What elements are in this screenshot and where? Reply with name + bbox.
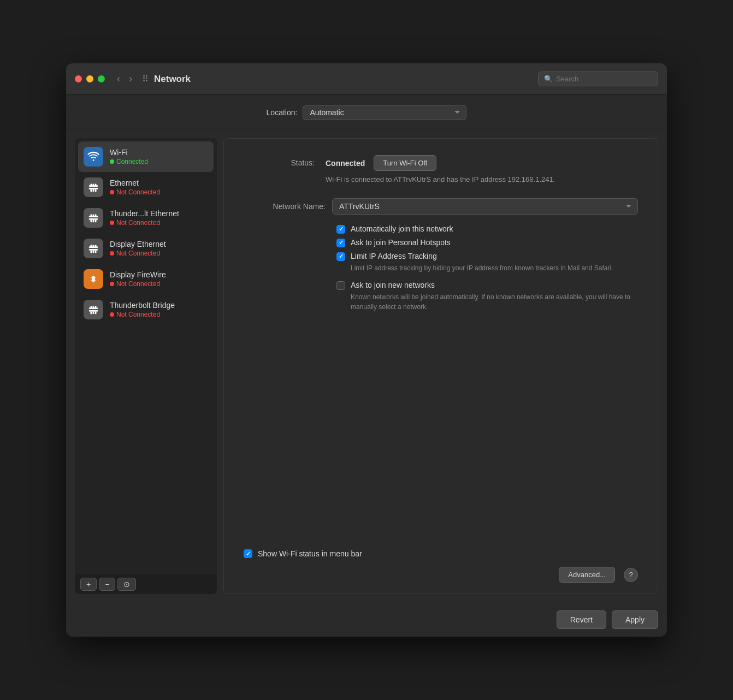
help-button[interactable]: ? (624, 568, 638, 582)
thunderbolt-ethernet-status-text: Not Connected (116, 219, 160, 227)
location-label: Location: (267, 108, 298, 117)
wifi-name: Wi-Fi (110, 148, 148, 157)
firewire-status-dot (110, 282, 114, 286)
display-ethernet-status: Not Connected (110, 250, 166, 257)
window: ‹ › ⠿ Network 🔍 Location: Automatic (66, 63, 667, 637)
maximize-button[interactable] (98, 75, 105, 82)
firewire-status: Not Connected (110, 280, 166, 288)
sidebar-toolbar: + − ⊙ (75, 574, 217, 594)
svg-rect-4 (95, 184, 97, 187)
remove-network-button[interactable]: − (99, 578, 115, 591)
thunderbolt-bridge-name: Thunderbolt Bridge (110, 301, 175, 310)
firewire-icon (84, 269, 103, 289)
svg-rect-29 (95, 306, 97, 309)
display-ethernet-item-info: Display Ethernet Not Connected (110, 240, 166, 257)
svg-rect-30 (91, 312, 92, 315)
thunderbolt-ethernet-status-dot (110, 221, 114, 225)
status-value-row: Connected Turn Wi-Fi Off (326, 155, 638, 171)
display-ethernet-status-text: Not Connected (116, 250, 160, 257)
auto-join-text: Automatically join this network (351, 224, 453, 233)
svg-rect-28 (93, 306, 94, 309)
add-network-button[interactable]: + (80, 578, 97, 591)
ask-new-label-area: Ask to join new networks (336, 281, 435, 290)
auto-join-checkbox[interactable] (336, 225, 345, 234)
sidebar-item-wifi[interactable]: Wi-Fi Connected (78, 141, 214, 172)
thunderbolt-bridge-status-text: Not Connected (116, 311, 160, 318)
sidebar-item-display-ethernet[interactable]: Display Ethernet Not Connected (78, 233, 214, 264)
sidebar-item-thunderbolt-ethernet[interactable]: Thunder...lt Ethernet Not Connected (78, 203, 214, 233)
wifi-icon (84, 147, 103, 167)
bottom-area: Show Wi-Fi status in menu bar Advanced..… (244, 538, 638, 583)
ethernet-status-text: Not Connected (116, 188, 160, 196)
show-wifi-row: Show Wi-Fi status in menu bar (244, 549, 638, 558)
show-wifi-checkbox[interactable] (244, 549, 252, 558)
wifi-item-info: Wi-Fi Connected (110, 148, 148, 165)
svg-rect-7 (95, 189, 97, 192)
apply-button[interactable]: Apply (612, 610, 658, 629)
svg-rect-15 (95, 220, 97, 223)
ask-new-checkbox[interactable] (336, 281, 345, 290)
thunderbolt-ethernet-item-info: Thunder...lt Ethernet Not Connected (110, 209, 179, 227)
svg-rect-12 (95, 215, 97, 217)
ethernet-item-info: Ethernet Not Connected (110, 179, 160, 196)
sidebar-item-ethernet[interactable]: Ethernet Not Connected (78, 172, 214, 203)
personal-hotspot-checkbox[interactable] (336, 239, 345, 247)
display-ethernet-icon (84, 239, 103, 258)
network-name-label: Network Name: (244, 202, 326, 211)
bottom-buttons: Revert Apply (66, 603, 667, 637)
thunderbolt-bridge-item-info: Thunderbolt Bridge Not Connected (110, 301, 175, 318)
search-box: 🔍 (538, 72, 658, 86)
more-options-button[interactable]: ⊙ (117, 578, 136, 591)
wifi-status-dot (110, 159, 114, 164)
grid-icon: ⠿ (142, 74, 149, 84)
back-button[interactable]: ‹ (114, 71, 123, 87)
sidebar-list: Wi-Fi Connected (75, 138, 217, 574)
sidebar-item-thunderbolt-bridge[interactable]: Thunderbolt Bridge Not Connected (78, 294, 214, 325)
forward-button[interactable]: › (126, 71, 135, 87)
location-select[interactable]: Automatic (303, 105, 466, 120)
firewire-item-info: Display FireWire Not Connected (110, 270, 166, 288)
ethernet-icon (84, 177, 103, 197)
thunderbolt-ethernet-name: Thunder...lt Ethernet (110, 209, 179, 218)
ethernet-status: Not Connected (110, 188, 160, 196)
search-icon: 🔍 (544, 75, 553, 83)
status-label: Status: (244, 155, 315, 167)
limit-ip-checkbox[interactable] (336, 252, 345, 261)
titlebar: ‹ › ⠿ Network 🔍 (66, 63, 667, 95)
status-info: Connected Turn Wi-Fi Off Wi-Fi is connec… (326, 155, 638, 185)
svg-rect-17 (89, 249, 98, 251)
svg-rect-6 (93, 189, 94, 192)
network-name-select[interactable]: ATTrvKUtrS (332, 198, 638, 215)
personal-hotspot-row: Ask to join Personal Hotspots (244, 238, 638, 247)
personal-hotspot-label-area: Ask to join Personal Hotspots (336, 238, 451, 247)
close-button[interactable] (75, 75, 82, 82)
location-bar: Location: Automatic (66, 95, 667, 129)
svg-rect-19 (93, 245, 94, 248)
status-description: Wi-Fi is connected to ATTrvKUtrS and has… (326, 174, 638, 185)
traffic-lights (75, 75, 105, 82)
limit-ip-text: Limit IP Address Tracking (351, 252, 437, 260)
advanced-buttons: Advanced... ? (559, 567, 638, 583)
advanced-button[interactable]: Advanced... (559, 567, 615, 583)
detail-panel: Status: Connected Turn Wi-Fi Off Wi-Fi i… (223, 138, 658, 594)
turn-wifi-off-button[interactable]: Turn Wi-Fi Off (374, 155, 436, 171)
svg-rect-32 (95, 312, 97, 315)
revert-button[interactable]: Revert (557, 610, 606, 629)
personal-hotspot-text: Ask to join Personal Hotspots (351, 238, 451, 247)
svg-rect-18 (91, 245, 92, 248)
ethernet-status-dot (110, 190, 114, 194)
ask-new-desc: Known networks will be joined automatica… (258, 292, 638, 312)
sidebar-item-display-firewire[interactable]: Display FireWire Not Connected (78, 264, 214, 294)
search-input[interactable] (556, 75, 652, 83)
thunderbolt-bridge-icon (84, 300, 103, 319)
main-content: Wi-Fi Connected (66, 129, 667, 603)
wifi-status-text: Connected (116, 158, 148, 165)
status-row: Status: Connected Turn Wi-Fi Off Wi-Fi i… (244, 155, 638, 185)
ask-new-row: Ask to join new networks (244, 281, 638, 290)
limit-ip-desc: Limit IP address tracking by hiding your… (258, 263, 638, 273)
minimize-button[interactable] (86, 75, 93, 82)
svg-rect-11 (93, 215, 94, 217)
svg-rect-13 (91, 220, 92, 223)
limit-ip-row: Limit IP Address Tracking (244, 252, 638, 261)
thunderbolt-ethernet-status: Not Connected (110, 219, 179, 227)
